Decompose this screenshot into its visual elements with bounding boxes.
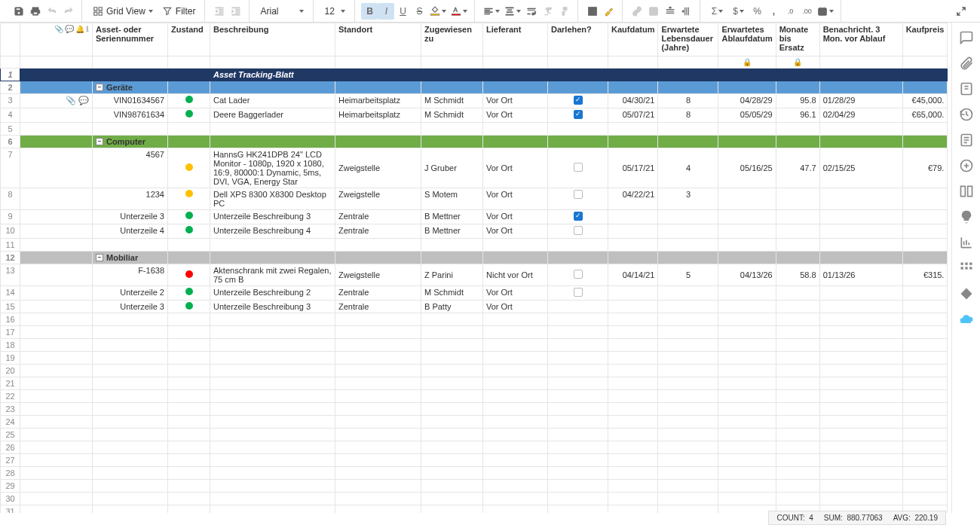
image-icon[interactable] (645, 3, 662, 20)
cell[interactable]: 1234 (93, 188, 168, 210)
save-icon[interactable] (11, 3, 27, 20)
idea-panel-icon[interactable] (959, 209, 974, 224)
cell[interactable]: Vor Ort (483, 148, 548, 188)
cell[interactable] (548, 264, 608, 286)
decrease-decimal-button[interactable]: .0 (782, 3, 798, 20)
cell[interactable]: Unterzeile Beschreibung 3 (210, 210, 335, 224)
cell[interactable] (548, 148, 608, 188)
cell[interactable] (168, 301, 210, 313)
fill-color-button[interactable] (427, 3, 449, 20)
redo-icon[interactable] (60, 3, 77, 20)
cell[interactable]: Nicht vor Ort (483, 264, 548, 286)
cell[interactable]: Unterzeile 3 (93, 301, 168, 313)
cell[interactable] (168, 224, 210, 239)
text-color-button[interactable]: A (449, 3, 470, 20)
diamond-panel-icon[interactable] (959, 286, 974, 301)
cell[interactable]: Zweigstelle (335, 148, 421, 188)
cell[interactable]: Zweigstelle (335, 188, 421, 210)
col-asset[interactable]: Asset- oder Seriennummer (93, 23, 168, 56)
cell[interactable]: Zentrale (335, 224, 421, 239)
checkbox[interactable] (574, 163, 583, 172)
col-benachricht[interactable]: Benachricht. 3 Mon. vor Ablauf (819, 23, 902, 56)
cell[interactable]: Vor Ort (483, 94, 548, 108)
cell[interactable]: M Schmidt (421, 108, 483, 123)
checkbox[interactable] (574, 110, 583, 119)
col-beschreibung[interactable]: Beschreibung (210, 23, 335, 56)
col-darlehen[interactable]: Darlehen? (548, 23, 608, 56)
col-kaufdatum[interactable]: Kaufdatum (608, 23, 658, 56)
cell[interactable]: 05/07/21 (608, 108, 658, 123)
cell[interactable]: 4 (658, 148, 718, 188)
percent-button[interactable]: % (749, 3, 765, 20)
cell[interactable]: Unterzeile 4 (93, 224, 168, 239)
cell[interactable]: Unterzeile 3 (93, 210, 168, 224)
cell[interactable]: 01/13/26 (819, 264, 902, 286)
attachments-panel-icon[interactable] (959, 56, 974, 71)
cell[interactable]: F-1638 (93, 264, 168, 286)
cell[interactable]: Vor Ort (483, 188, 548, 210)
print-icon[interactable] (27, 3, 44, 20)
cell[interactable]: €315. (902, 264, 948, 286)
cell[interactable]: Heimarbeitsplatz (335, 94, 421, 108)
chart-panel-icon[interactable] (959, 235, 974, 250)
cell[interactable]: 04/14/21 (608, 264, 658, 286)
cell[interactable]: Unterzeile Beschreibung 2 (210, 286, 335, 301)
cell[interactable]: 04/30/21 (608, 94, 658, 108)
cell[interactable]: €65,000. (902, 108, 948, 123)
checkbox[interactable] (574, 190, 583, 199)
brandfolder-panel-icon[interactable] (959, 158, 974, 173)
cell[interactable] (548, 188, 608, 210)
cell[interactable]: Zentrale (335, 210, 421, 224)
cell[interactable] (548, 210, 608, 224)
collapse-button[interactable]: − (96, 254, 103, 261)
cell[interactable] (168, 188, 210, 210)
columns-panel-icon[interactable] (959, 184, 974, 199)
comments-panel-icon[interactable] (959, 30, 974, 45)
underline-button[interactable]: U (394, 3, 411, 20)
col-zustand[interactable]: Zustand (168, 23, 210, 56)
cell[interactable]: €79. (902, 148, 948, 188)
sum-button[interactable]: Σ (706, 3, 727, 20)
clear-format-button[interactable] (540, 3, 556, 20)
align-vertical-button[interactable] (502, 3, 523, 20)
date-format-button[interactable] (815, 3, 836, 20)
cell[interactable]: Vor Ort (483, 301, 548, 313)
summary-panel-icon[interactable] (959, 133, 974, 148)
insert-row-icon[interactable] (662, 3, 678, 20)
cell[interactable]: Heimarbeitsplatz (335, 108, 421, 123)
col-lebensdauer[interactable]: Erwartete Lebensdauer (Jahre) (658, 23, 718, 56)
align-left-button[interactable] (481, 3, 502, 20)
cell[interactable]: M Schmidt (421, 286, 483, 301)
thousands-button[interactable]: , (765, 3, 782, 20)
cell[interactable]: Zentrale (335, 286, 421, 301)
cell[interactable] (168, 210, 210, 224)
format-painter-button[interactable] (556, 3, 573, 20)
col-lieferant[interactable]: Lieferant (483, 23, 548, 56)
cell[interactable]: Aktenschrank mit zwei Regalen, 75 cm B (210, 264, 335, 286)
insert-col-icon[interactable] (678, 3, 695, 20)
wrap-text-button[interactable] (523, 3, 540, 20)
italic-button[interactable]: I (378, 3, 394, 20)
cell[interactable]: 02/04/29 (819, 108, 902, 123)
cell[interactable]: M Schmidt (421, 94, 483, 108)
collapse-button[interactable]: − (96, 138, 103, 145)
font-size-select[interactable]: 12 (320, 3, 350, 20)
cell[interactable]: HannsG HK241DPB 24" LCD Monitor - 1080p,… (210, 148, 335, 188)
cell[interactable]: 02/15/25 (819, 148, 902, 188)
cell[interactable]: 5 (658, 264, 718, 286)
collapse-toolbar-icon[interactable] (953, 3, 969, 20)
cell[interactable]: 04/28/29 (718, 94, 776, 108)
bold-button[interactable]: B (361, 3, 378, 20)
cell[interactable]: 3 (658, 188, 718, 210)
cell[interactable]: 01/28/29 (819, 94, 902, 108)
cell[interactable]: Vor Ort (483, 286, 548, 301)
cell[interactable]: Zentrale (335, 301, 421, 313)
cell[interactable]: 04/13/26 (718, 264, 776, 286)
undo-icon[interactable] (44, 3, 60, 20)
currency-button[interactable]: $ (727, 3, 749, 20)
cell[interactable] (548, 224, 608, 239)
cell[interactable]: 05/16/25 (718, 148, 776, 188)
col-standort[interactable]: Standort (335, 23, 421, 56)
spreadsheet-grid[interactable]: 📎💬🔔ℹ Asset- oder Seriennummer Zustand Be… (0, 23, 951, 513)
attachment-col-header[interactable]: 📎💬🔔ℹ (20, 23, 93, 56)
